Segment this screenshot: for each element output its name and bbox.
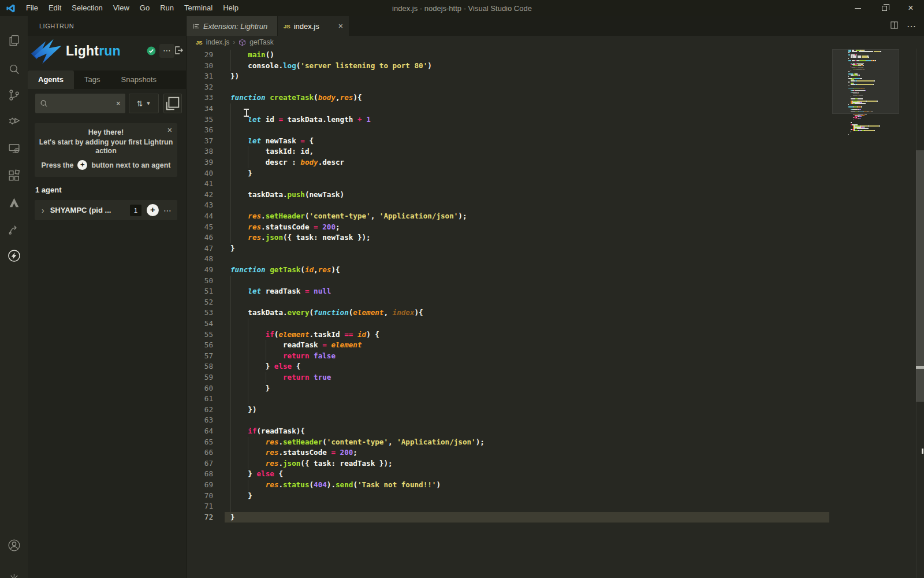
- code-line[interactable]: 72}: [187, 512, 924, 523]
- menu-go[interactable]: Go: [135, 0, 155, 16]
- sign-out-icon[interactable]: [173, 45, 184, 55]
- code-line[interactable]: 47}: [187, 243, 924, 254]
- js-icon: JS: [196, 39, 203, 46]
- code-line[interactable]: 49function getTask(id,res){: [187, 265, 924, 276]
- code-line[interactable]: 36: [187, 125, 924, 136]
- sort-button[interactable]: ⇅ ▼: [129, 94, 159, 113]
- code-line[interactable]: 33function createTask(body,res){: [187, 92, 924, 103]
- menu-selection[interactable]: Selection: [66, 0, 107, 16]
- more-actions-button[interactable]: ⋯: [159, 44, 174, 58]
- settings-icon[interactable]: [0, 567, 28, 578]
- code-line[interactable]: 52: [187, 297, 924, 308]
- editor-more-actions-icon[interactable]: ⋯: [907, 21, 916, 32]
- restore-button[interactable]: [871, 0, 897, 16]
- line-number: 69: [187, 480, 213, 491]
- tab-snapshots[interactable]: Snapshots: [111, 71, 167, 89]
- breadcrumb-item[interactable]: index.js: [206, 38, 230, 46]
- code-line[interactable]: 57 return false: [187, 351, 924, 362]
- code-line[interactable]: 58 } else {: [187, 361, 924, 372]
- code-line[interactable]: 63: [187, 415, 924, 426]
- code-line[interactable]: 54: [187, 318, 924, 329]
- editor-tab-index-js[interactable]: JSindex.js×: [278, 16, 349, 36]
- tab-agents[interactable]: Agents: [28, 71, 74, 89]
- code-line[interactable]: 50: [187, 276, 924, 287]
- line-number: 32: [187, 82, 213, 93]
- code-line[interactable]: 65 res.setHeader('content-type', 'Applic…: [187, 437, 924, 448]
- symbol-method-icon: [239, 39, 246, 46]
- code-text: }): [230, 71, 239, 82]
- menu-view[interactable]: View: [108, 0, 135, 16]
- line-number: 53: [187, 307, 213, 318]
- agent-list-item[interactable]: › SHYAMPC (pid ... 1 + ⋯: [35, 200, 177, 220]
- code-editor[interactable]: 29 main()30 console.log('server listenin…: [187, 49, 924, 578]
- code-text: }: [230, 243, 235, 254]
- line-number: 55: [187, 329, 213, 340]
- code-line[interactable]: 70 }: [187, 491, 924, 502]
- atlassian-icon[interactable]: [0, 191, 28, 214]
- account-icon[interactable]: [0, 533, 28, 557]
- code-line[interactable]: 37 let newTask = {: [187, 136, 924, 147]
- code-line[interactable]: 43: [187, 200, 924, 211]
- code-line[interactable]: 51 let readTask = null: [187, 286, 924, 297]
- minimize-button[interactable]: [844, 0, 871, 16]
- close-button[interactable]: ×: [897, 0, 924, 16]
- menu-help[interactable]: Help: [218, 0, 244, 16]
- remote-explorer-icon[interactable]: [0, 136, 28, 160]
- breadcrumb-item[interactable]: getTask: [249, 38, 273, 46]
- line-number: 56: [187, 340, 213, 351]
- code-line[interactable]: 34: [187, 103, 924, 114]
- share-icon[interactable]: [0, 217, 28, 240]
- close-tab-icon[interactable]: ×: [338, 21, 343, 31]
- code-line[interactable]: 60 }: [187, 383, 924, 394]
- code-line[interactable]: 64 if(readTask){: [187, 426, 924, 437]
- run-debug-icon[interactable]: [0, 109, 28, 132]
- code-line[interactable]: 35 let id = taskData.length + 1: [187, 114, 924, 125]
- code-line[interactable]: 42 taskData.push(newTask): [187, 190, 924, 201]
- menu-edit[interactable]: Edit: [43, 0, 66, 16]
- code-line[interactable]: 41: [187, 179, 924, 190]
- code-line[interactable]: 69 res.status(404).send('Task not found!…: [187, 480, 924, 491]
- sort-icon: ⇅: [137, 99, 143, 108]
- clear-search-icon[interactable]: ×: [116, 99, 121, 108]
- tab-tags[interactable]: Tags: [74, 71, 110, 89]
- menu-file[interactable]: File: [21, 0, 43, 16]
- chevron-right-icon[interactable]: ›: [42, 206, 44, 215]
- source-control-icon[interactable]: [0, 83, 28, 106]
- explorer-icon[interactable]: [0, 29, 28, 52]
- split-editor-icon[interactable]: [890, 21, 899, 32]
- line-number: 42: [187, 190, 213, 201]
- code-line[interactable]: 40 }: [187, 168, 924, 179]
- code-line[interactable]: 53 taskData.every(function(element, inde…: [187, 307, 924, 318]
- code-line[interactable]: 61: [187, 394, 924, 405]
- code-line[interactable]: 46 res.json({ task: newTask });: [187, 232, 924, 243]
- code-line[interactable]: 31}): [187, 71, 924, 82]
- menu-run[interactable]: Run: [155, 0, 179, 16]
- code-line[interactable]: 32: [187, 82, 924, 93]
- code-line[interactable]: 30 console.log('server listening to port…: [187, 61, 924, 72]
- agent-more-button[interactable]: ⋯: [163, 206, 172, 215]
- code-line[interactable]: 55 if(element.taskId == id) {: [187, 329, 924, 340]
- add-action-button[interactable]: +: [147, 204, 159, 216]
- close-icon[interactable]: ×: [167, 125, 172, 135]
- code-line[interactable]: 29 main(): [187, 50, 924, 61]
- menu-terminal[interactable]: Terminal: [179, 0, 218, 16]
- code-line[interactable]: 39 descr : body.descr: [187, 157, 924, 168]
- lightrun-icon[interactable]: [0, 244, 28, 267]
- code-line[interactable]: 48: [187, 254, 924, 265]
- code-line[interactable]: 62 }): [187, 405, 924, 416]
- code-line[interactable]: 56 readTask = element: [187, 340, 924, 351]
- agent-search-input[interactable]: ×: [35, 94, 125, 113]
- code-line[interactable]: 68 } else {: [187, 469, 924, 480]
- code-line[interactable]: 66 res.statusCode = 200;: [187, 447, 924, 458]
- code-line[interactable]: 38 taskId: id,: [187, 146, 924, 157]
- code-line[interactable]: 59 return true: [187, 372, 924, 383]
- restore-icon: [882, 6, 887, 11]
- editor-tab-extension-lightrun[interactable]: Extension: Lightrun: [187, 16, 278, 36]
- extensions-icon[interactable]: [0, 164, 28, 187]
- code-line[interactable]: 67 res.json({ task: readTask });: [187, 458, 924, 469]
- collapse-panel-button[interactable]: [163, 94, 182, 113]
- code-line[interactable]: 71: [187, 501, 924, 512]
- code-line[interactable]: 45 res.statusCode = 200;: [187, 222, 924, 233]
- search-icon[interactable]: [0, 58, 28, 81]
- code-line[interactable]: 44 res.setHeader('content-type', 'Applic…: [187, 211, 924, 222]
